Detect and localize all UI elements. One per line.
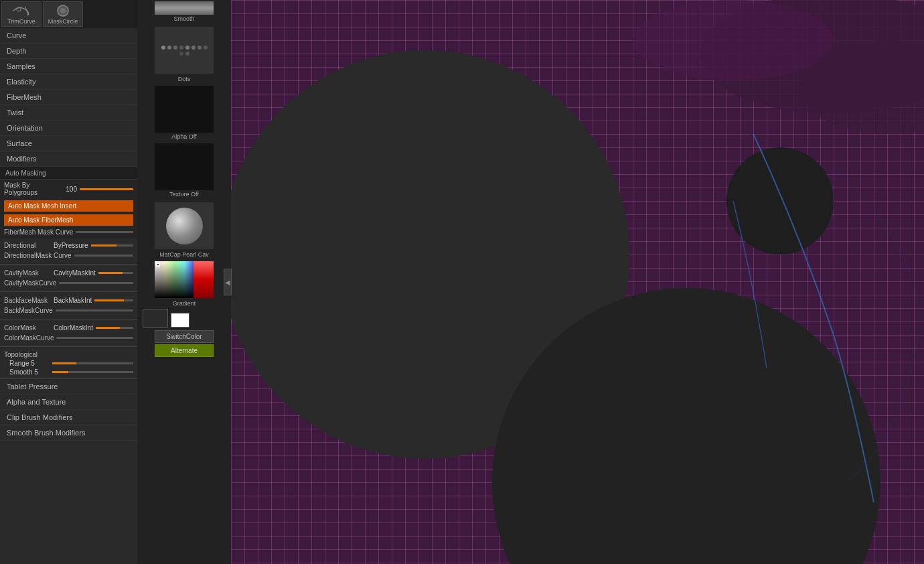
dots-preview[interactable]: [155, 27, 214, 74]
mask-circle-icon[interactable]: MaskCircle: [43, 1, 83, 27]
color-swatches-row: [140, 307, 228, 329]
menu-clip-brush[interactable]: Clip Brush Modifiers: [0, 410, 137, 425]
menu-tablet-pressure[interactable]: Tablet Pressure: [0, 379, 137, 395]
color-mask-curve-label: ColorMaskCurve: [4, 334, 54, 342]
menu-samples[interactable]: Samples: [0, 59, 137, 74]
menu-surface[interactable]: Surface: [0, 136, 137, 151]
matcap-label: MatCap Pearl Cav: [140, 251, 228, 259]
menu-smooth-brush[interactable]: Smooth Brush Modifiers: [0, 425, 137, 441]
back-mask-curve-label: BackMaskCurve: [4, 307, 53, 314]
switch-color-button[interactable]: SwitchColor: [155, 330, 214, 343]
background-color-swatch[interactable]: [171, 313, 189, 328]
directional-row: Directional ByPressure: [4, 240, 133, 251]
directional-section: Directional ByPressure DirectionalMask C…: [0, 238, 137, 263]
cavity-mask-curve-slider[interactable]: [59, 282, 133, 284]
topological-section: Topological Range 5 Smooth 5: [0, 348, 137, 378]
smooth-slider[interactable]: [52, 371, 133, 373]
auto-masking-header[interactable]: Auto Masking: [0, 167, 137, 180]
foreground-color-swatch[interactable]: [143, 309, 168, 328]
backface-mask-row: BackfaceMask BackMaskInt: [4, 295, 133, 305]
menu-depth[interactable]: Depth: [0, 44, 137, 59]
directional-mask-curve-slider[interactable]: [74, 255, 133, 257]
smooth-label: Smooth 5: [9, 368, 50, 376]
trim-curve-icon[interactable]: TrimCurve: [1, 1, 42, 27]
svg-point-8: [633, 0, 834, 80]
menu-elasticity[interactable]: Elasticity: [0, 74, 137, 90]
alpha-preview[interactable]: [155, 86, 214, 133]
range-label: Range 5: [9, 360, 50, 367]
smooth-preview-area: Smooth: [137, 0, 231, 24]
directional-mask-curve-label: DirectionalMask Curve: [4, 252, 72, 259]
smooth-row: Smooth 5: [4, 368, 133, 376]
back-mask-curve-row: BackMaskCurve: [4, 305, 133, 315]
color-mask-slider[interactable]: [96, 327, 133, 329]
alpha-preview-area: Alpha Off: [137, 84, 231, 142]
collapse-panel-button[interactable]: ◀: [224, 269, 232, 295]
directional-label: Directional: [4, 242, 51, 249]
smooth-brush-bar[interactable]: [155, 1, 214, 15]
auto-masking-section: Auto Masking Mask By Polygroups 100 Auto…: [0, 167, 137, 238]
color-mask-curve-slider[interactable]: [56, 337, 133, 339]
by-pressure-label: ByPressure: [54, 242, 88, 249]
gradient-selector[interactable]: [156, 263, 160, 267]
cavity-section: CavityMask CavityMaskInt CavityMaskCurve: [0, 266, 137, 290]
auto-mask-buttons: Auto Mask Mesh Insert Auto Mask FiberMes…: [0, 198, 137, 238]
auto-mask-mesh-insert-button[interactable]: Auto Mask Mesh Insert: [4, 200, 133, 212]
cavity-mask-curve-row: CavityMaskCurve: [4, 278, 133, 288]
mask-polygroups-slider[interactable]: [80, 188, 133, 190]
gradient-section: Gradient SwitchColor Alternate: [137, 260, 231, 360]
cavity-mask-int-label: CavityMaskInt: [54, 269, 96, 277]
cavity-mask-slider[interactable]: [98, 272, 133, 274]
alternate-button[interactable]: Alternate: [155, 344, 214, 357]
left-menu: Curve Depth Samples Elasticity FiberMesh…: [0, 28, 137, 564]
fibermesh-mask-curve-row: FiberMesh Mask Curve: [4, 227, 133, 237]
matcap-sphere: [166, 208, 203, 244]
dots-preview-area: Dots: [137, 24, 231, 84]
menu-orientation[interactable]: Orientation: [0, 121, 137, 136]
back-mask-curve-slider[interactable]: [56, 309, 133, 311]
color-mask-row: ColorMask ColorMaskInt: [4, 323, 133, 333]
matcap-preview-area: MatCap Pearl Cav: [137, 200, 231, 260]
alpha-off-label: Alpha Off: [140, 133, 228, 141]
matcap-preview[interactable]: [155, 202, 214, 249]
backface-mask-label: BackfaceMask: [4, 297, 51, 304]
mask-by-polygroups-value: 100: [60, 186, 77, 193]
sculpt-overlay: [231, 0, 924, 564]
range-slider[interactable]: [52, 362, 133, 364]
menu-modifiers[interactable]: Modifiers: [0, 151, 137, 167]
gradient-preview[interactable]: [155, 261, 214, 298]
middle-panel-wrapper: Smooth Dots: [137, 0, 231, 564]
brush-icons-bar: TrimCurve MaskCircle: [0, 0, 137, 28]
back-mask-int-label: BackMaskInt: [54, 297, 92, 304]
main-viewport[interactable]: [231, 0, 924, 564]
directional-mask-curve-row: DirectionalMask Curve: [4, 251, 133, 261]
range-row: Range 5: [4, 359, 133, 368]
texture-preview-area: Texture Off: [137, 142, 231, 200]
left-panel: TrimCurve MaskCircle Curve Depth Samples…: [0, 0, 137, 564]
texture-off-label: Texture Off: [140, 190, 228, 198]
middle-panel: Smooth Dots: [137, 0, 231, 564]
cavity-mask-label: CavityMask: [4, 269, 51, 277]
mask-by-polygroups-label: Mask By Polygroups: [4, 182, 58, 196]
viewport-background: [231, 0, 924, 564]
color-mask-curve-row: ColorMaskCurve: [4, 333, 133, 343]
auto-mask-fibermesh-button[interactable]: Auto Mask FiberMesh: [4, 214, 133, 226]
smooth-label: Smooth: [140, 15, 228, 23]
cavity-mask-row: CavityMask CavityMaskInt: [4, 268, 133, 278]
directional-slider[interactable]: [91, 244, 133, 246]
backface-slider[interactable]: [94, 299, 133, 301]
fibermesh-mask-curve-label: FiberMesh Mask Curve: [4, 228, 73, 236]
menu-twist[interactable]: Twist: [0, 105, 137, 121]
trim-curve-label: TrimCurve: [7, 18, 35, 25]
menu-alpha-texture[interactable]: Alpha and Texture: [0, 395, 137, 410]
menu-fibermesh[interactable]: FiberMesh: [0, 90, 137, 105]
gradient-label: Gradient: [140, 299, 228, 307]
menu-curve[interactable]: Curve: [0, 28, 137, 44]
color-mask-label: ColorMask: [4, 324, 51, 332]
svg-point-3: [60, 8, 66, 13]
texture-preview[interactable]: [155, 143, 214, 190]
fibermesh-mask-curve-slider[interactable]: [76, 231, 133, 233]
mask-circle-label: MaskCircle: [48, 18, 78, 25]
bottom-menu: Tablet Pressure Alpha and Texture Clip B…: [0, 378, 137, 441]
color-mask-int-label: ColorMaskInt: [54, 324, 93, 332]
